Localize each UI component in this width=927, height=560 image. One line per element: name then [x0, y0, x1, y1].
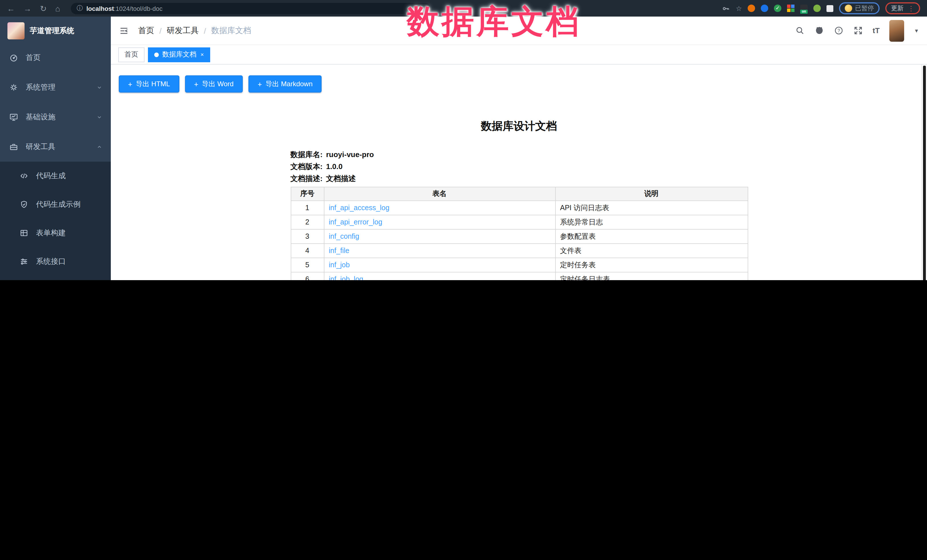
bookmark-star-icon[interactable]: ☆: [736, 5, 742, 12]
font-size-icon[interactable]: tT: [873, 26, 880, 35]
table-header-row: 序号 表名 说明: [291, 187, 748, 201]
sidebar-item-system-api[interactable]: 系统接口: [0, 247, 111, 276]
breadcrumb-home[interactable]: 首页: [138, 26, 154, 36]
tab-label: 首页: [125, 50, 138, 59]
breadcrumb-separator: /: [160, 26, 162, 35]
chevron-down-icon: [96, 84, 103, 91]
active-tab-dot: [154, 52, 159, 57]
main-content: + 导出 HTML + 导出 Word + 导出 Markdown 数据库设计文…: [111, 65, 927, 280]
sidebar-submenu-dev-tools: 代码生成 代码生成示例 表单构建 系统接口 数据库文档: [0, 162, 111, 280]
browser-extension-icon[interactable]: [813, 5, 821, 12]
browser-extension-icon[interactable]: [748, 5, 755, 12]
col-header-no: 序号: [291, 187, 324, 201]
app-logo-image: [8, 22, 24, 39]
github-icon[interactable]: [815, 26, 824, 35]
sidebar-item-code-generation[interactable]: 代码生成: [0, 162, 111, 190]
sidebar-item-system[interactable]: 系统管理: [0, 73, 111, 102]
monitor-chart-icon: [9, 112, 18, 121]
form-grid-icon: [20, 228, 29, 238]
app-logo-row: 芋道管理系统: [0, 17, 111, 43]
search-icon[interactable]: [795, 26, 805, 35]
tags-view-bar: 首页 数据库文档 ×: [111, 45, 927, 65]
paused-extension-badge[interactable]: 已暂停: [839, 2, 880, 14]
fullscreen-icon[interactable]: [853, 26, 863, 35]
export-markdown-button[interactable]: + 导出 Markdown: [248, 75, 322, 93]
sidebar-item-codegen-example[interactable]: 代码生成示例: [0, 190, 111, 219]
sliders-icon: [20, 257, 29, 266]
browser-extension-icon[interactable]: on: [800, 5, 808, 12]
shield-check-icon: [20, 200, 29, 209]
browser-extension-icon[interactable]: [761, 5, 768, 12]
browser-extension-icon[interactable]: [787, 5, 795, 12]
annotation-watermark: 数据库文档: [407, 0, 581, 44]
dashboard-icon: [9, 53, 18, 62]
plus-icon: +: [128, 80, 132, 88]
table-row: 4inf_file文件表: [291, 244, 748, 258]
gear-icon: [9, 83, 18, 92]
meta-label: 文档版本:: [290, 161, 323, 173]
meta-value: 文档描述: [326, 173, 356, 185]
avatar-caret-down-icon[interactable]: ▼: [914, 28, 919, 33]
browser-menu-icon[interactable]: ⋮: [907, 5, 915, 12]
breadcrumb-current: 数据库文档: [211, 26, 251, 36]
browser-extension-icon[interactable]: ✓: [774, 5, 781, 12]
plus-icon: +: [258, 80, 262, 88]
password-key-icon[interactable]: [722, 4, 730, 12]
svg-text:?: ?: [837, 28, 840, 33]
db-doc-document: 数据库设计文档 数据库名:ruoyi-vue-pro 文档版本:1.0.0 文档…: [290, 119, 748, 280]
doc-title: 数据库设计文档: [290, 119, 748, 134]
export-word-button[interactable]: + 导出 Word: [185, 75, 243, 93]
site-info-icon[interactable]: ⓘ: [76, 4, 83, 12]
sidebar-item-dev-tools[interactable]: 研发工具: [0, 132, 111, 162]
page-scrollbar-thumb[interactable]: [923, 66, 926, 280]
sidebar-item-label: 基础设施: [26, 112, 55, 122]
table-row: 1inf_api_access_logAPI 访问日志表: [291, 201, 748, 215]
browser-home-button[interactable]: ⌂: [55, 4, 60, 12]
browser-forward-button[interactable]: →: [23, 4, 31, 12]
meta-value: 1.0.0: [326, 161, 343, 173]
table-link[interactable]: inf_config: [329, 232, 359, 240]
table-row: 5inf_job定时任务表: [291, 258, 748, 272]
browser-update-button[interactable]: 更新 ⋮: [885, 2, 920, 14]
sidebar-item-label: 研发工具: [26, 142, 55, 152]
url-path: :1024/tool/db-doc: [114, 5, 163, 12]
sidebar: 芋道管理系统 首页 系统管理 基础设施 研发工具 代码生成: [0, 17, 111, 280]
sidebar-item-db-doc[interactable]: 数据库文档: [0, 276, 111, 280]
col-header-desc: 说明: [555, 187, 748, 201]
table-link[interactable]: inf_job: [329, 261, 350, 269]
tab-label: 数据库文档: [162, 50, 196, 59]
extensions-puzzle-icon[interactable]: [827, 5, 833, 12]
chevron-down-icon: [96, 114, 103, 120]
doc-meta: 数据库名:ruoyi-vue-pro 文档版本:1.0.0 文档描述:文档描述: [290, 149, 748, 185]
sidebar-item-form-builder[interactable]: 表单构建: [0, 219, 111, 247]
sidebar-item-infrastructure[interactable]: 基础设施: [0, 102, 111, 132]
url-host: localhost: [86, 5, 114, 12]
toolbox-icon: [9, 142, 18, 151]
help-icon[interactable]: ?: [834, 26, 843, 35]
user-avatar[interactable]: [889, 20, 904, 41]
col-header-name: 表名: [324, 187, 555, 201]
address-bar[interactable]: ⓘ localhost:1024/tool/db-doc: [71, 3, 431, 14]
browser-reload-button[interactable]: ↻: [40, 4, 47, 12]
tab-close-icon[interactable]: ×: [201, 52, 204, 58]
export-html-button[interactable]: + 导出 HTML: [119, 75, 179, 93]
table-link[interactable]: inf_api_access_log: [329, 204, 389, 212]
browser-back-button[interactable]: ←: [7, 4, 15, 12]
tab-home[interactable]: 首页: [118, 47, 144, 62]
export-toolbar: + 导出 HTML + 导出 Word + 导出 Markdown: [119, 75, 927, 93]
breadcrumb-dev-tools[interactable]: 研发工具: [167, 26, 199, 36]
meta-label: 数据库名:: [290, 149, 323, 161]
sidebar-item-label: 系统接口: [36, 256, 66, 267]
table-row: 6inf_job_log定时任务日志表: [291, 272, 748, 280]
meta-label: 文档描述:: [290, 173, 323, 185]
sidebar-fold-icon[interactable]: [119, 26, 129, 36]
table-link[interactable]: inf_job_log: [329, 275, 363, 280]
table-link[interactable]: inf_file: [329, 247, 349, 255]
table-link[interactable]: inf_api_error_log: [329, 218, 382, 226]
page-scrollbar-track[interactable]: [921, 65, 927, 280]
table-row: 3inf_config参数配置表: [291, 229, 748, 244]
tab-db-doc[interactable]: 数据库文档 ×: [148, 47, 210, 62]
breadcrumb-separator: /: [204, 26, 206, 35]
sidebar-item-home[interactable]: 首页: [0, 43, 111, 73]
breadcrumb: 首页 / 研发工具 / 数据库文档: [138, 26, 251, 36]
